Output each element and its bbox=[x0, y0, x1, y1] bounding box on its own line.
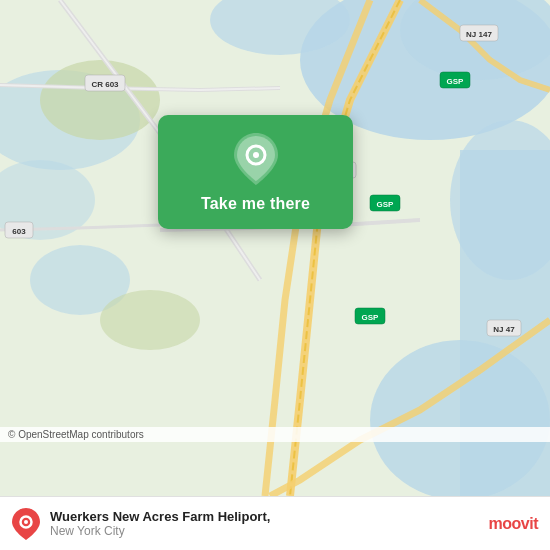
svg-text:603: 603 bbox=[12, 227, 26, 236]
bottom-bar: Wuerkers New Acres Farm Heliport, New Yo… bbox=[0, 496, 550, 550]
map-attribution: © OpenStreetMap contributors bbox=[0, 427, 550, 442]
moovit-pin-icon bbox=[12, 508, 40, 540]
map-background: CR 603 NJ 147 GSP GSP GSP US 9 603 NJ 47… bbox=[0, 0, 550, 496]
location-pin-icon bbox=[234, 133, 278, 185]
app-container: CR 603 NJ 147 GSP GSP GSP US 9 603 NJ 47… bbox=[0, 0, 550, 550]
take-me-there-button[interactable]: Take me there bbox=[158, 115, 353, 229]
svg-point-31 bbox=[253, 152, 259, 158]
location-info: Wuerkers New Acres Farm Heliport, New Yo… bbox=[50, 509, 479, 538]
location-city: New York City bbox=[50, 524, 479, 538]
attribution-text: © OpenStreetMap contributors bbox=[8, 429, 144, 440]
svg-text:GSP: GSP bbox=[362, 313, 380, 322]
moovit-brand-text: moovit bbox=[489, 515, 538, 533]
svg-point-10 bbox=[40, 60, 160, 140]
map-container: CR 603 NJ 147 GSP GSP GSP US 9 603 NJ 47… bbox=[0, 0, 550, 496]
svg-point-33 bbox=[24, 520, 28, 524]
svg-text:GSP: GSP bbox=[447, 77, 465, 86]
svg-point-11 bbox=[100, 290, 200, 350]
svg-text:NJ 47: NJ 47 bbox=[493, 325, 515, 334]
location-name: Wuerkers New Acres Farm Heliport, bbox=[50, 509, 479, 524]
svg-text:CR 603: CR 603 bbox=[91, 80, 119, 89]
moovit-logo: moovit bbox=[489, 515, 538, 533]
svg-text:GSP: GSP bbox=[377, 200, 395, 209]
svg-text:NJ 147: NJ 147 bbox=[466, 30, 492, 39]
take-me-there-label: Take me there bbox=[201, 195, 310, 213]
